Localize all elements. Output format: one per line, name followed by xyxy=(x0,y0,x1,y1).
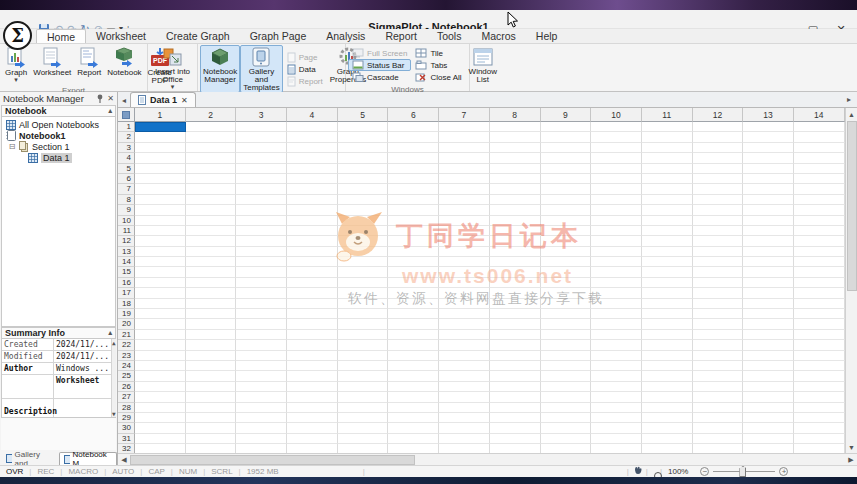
cell[interactable] xyxy=(743,247,794,257)
cell[interactable] xyxy=(439,226,490,236)
summary-value[interactable]: Windows ... xyxy=(54,363,111,374)
cell[interactable] xyxy=(642,257,693,267)
cell[interactable] xyxy=(287,267,338,277)
cell[interactable] xyxy=(794,392,845,402)
vertical-scroll-thumb[interactable] xyxy=(847,121,857,291)
cell[interactable] xyxy=(541,257,592,267)
cell[interactable] xyxy=(591,205,642,215)
column-header[interactable]: 13 xyxy=(743,108,794,122)
cell[interactable] xyxy=(338,423,389,433)
cell[interactable] xyxy=(743,236,794,246)
cell[interactable] xyxy=(642,132,693,142)
cell[interactable] xyxy=(287,382,338,392)
export-report-button[interactable]: Report xyxy=(74,45,104,86)
cell[interactable] xyxy=(794,184,845,194)
cell[interactable] xyxy=(388,236,439,246)
cell[interactable] xyxy=(541,299,592,309)
cell[interactable] xyxy=(541,247,592,257)
cell[interactable] xyxy=(287,444,338,453)
cell[interactable] xyxy=(439,444,490,453)
cell[interactable] xyxy=(186,267,237,277)
cell[interactable] xyxy=(338,247,389,257)
cell[interactable] xyxy=(135,392,186,402)
cell[interactable] xyxy=(743,423,794,433)
cell[interactable] xyxy=(388,299,439,309)
export-worksheet-button[interactable]: Worksheet xyxy=(30,45,74,86)
cell[interactable] xyxy=(338,205,389,215)
cell[interactable] xyxy=(693,278,744,288)
cell[interactable] xyxy=(591,382,642,392)
cell[interactable] xyxy=(236,371,287,381)
cell[interactable] xyxy=(541,330,592,340)
cell[interactable] xyxy=(388,309,439,319)
row-header[interactable]: 10 xyxy=(118,216,135,226)
cell[interactable] xyxy=(490,153,541,163)
cell[interactable] xyxy=(693,392,744,402)
cell[interactable] xyxy=(591,132,642,142)
column-header[interactable]: 8 xyxy=(490,108,541,122)
cell[interactable] xyxy=(541,371,592,381)
cell[interactable] xyxy=(388,319,439,329)
cell[interactable] xyxy=(794,267,845,277)
cell[interactable] xyxy=(236,351,287,361)
cell[interactable] xyxy=(541,122,592,132)
tree-item-data1[interactable]: Data 1 xyxy=(2,152,115,163)
cell[interactable] xyxy=(642,226,693,236)
cell[interactable] xyxy=(388,247,439,257)
cell[interactable] xyxy=(794,205,845,215)
cell[interactable] xyxy=(338,319,389,329)
cell[interactable] xyxy=(541,184,592,194)
cell[interactable] xyxy=(439,382,490,392)
cell[interactable] xyxy=(186,340,237,350)
cell[interactable] xyxy=(693,122,744,132)
row-header[interactable]: 25 xyxy=(118,371,135,381)
cell[interactable] xyxy=(135,184,186,194)
cell[interactable] xyxy=(236,444,287,453)
cell[interactable] xyxy=(541,236,592,246)
cell[interactable] xyxy=(439,423,490,433)
cascade-button[interactable]: Cascade xyxy=(348,71,411,83)
cell[interactable] xyxy=(439,122,490,132)
cell[interactable] xyxy=(186,132,237,142)
cell[interactable] xyxy=(388,216,439,226)
cell[interactable] xyxy=(794,247,845,257)
insert-into-office-button[interactable]: Insert into Office ▾ xyxy=(150,45,195,91)
cell[interactable] xyxy=(186,392,237,402)
cell[interactable] xyxy=(338,278,389,288)
row-header[interactable]: 8 xyxy=(118,195,135,205)
cell[interactable] xyxy=(439,413,490,423)
cell[interactable] xyxy=(743,288,794,298)
cell[interactable] xyxy=(794,216,845,226)
cell[interactable] xyxy=(743,164,794,174)
cell[interactable] xyxy=(388,205,439,215)
cell[interactable] xyxy=(236,143,287,153)
notebook-manager-button[interactable]: Notebook Manager xyxy=(200,45,240,93)
cell[interactable] xyxy=(693,132,744,142)
cell[interactable] xyxy=(693,143,744,153)
pan-hand-icon[interactable] xyxy=(629,466,646,477)
cell[interactable] xyxy=(338,195,389,205)
cell[interactable] xyxy=(236,247,287,257)
cell[interactable] xyxy=(541,444,592,453)
cell[interactable] xyxy=(236,132,287,142)
cell[interactable] xyxy=(287,247,338,257)
summary-scrollbar[interactable]: ▲ ▼ xyxy=(111,339,116,417)
cell[interactable] xyxy=(541,132,592,142)
cell[interactable] xyxy=(287,122,338,132)
cell[interactable] xyxy=(591,267,642,277)
zoom-slider[interactable]: − + xyxy=(700,467,788,476)
cell[interactable] xyxy=(743,299,794,309)
cell[interactable] xyxy=(794,226,845,236)
cell[interactable] xyxy=(439,143,490,153)
cell[interactable] xyxy=(490,164,541,174)
row-header[interactable]: 28 xyxy=(118,403,135,413)
full-screen-button[interactable]: Full Screen xyxy=(348,47,411,59)
cell[interactable] xyxy=(338,257,389,267)
cell[interactable] xyxy=(186,309,237,319)
cell[interactable] xyxy=(135,195,186,205)
cell[interactable] xyxy=(794,351,845,361)
tab-scroll-left-icon[interactable]: ◂ xyxy=(118,93,130,107)
cell[interactable] xyxy=(287,392,338,402)
cell[interactable] xyxy=(287,195,338,205)
cell[interactable] xyxy=(338,330,389,340)
